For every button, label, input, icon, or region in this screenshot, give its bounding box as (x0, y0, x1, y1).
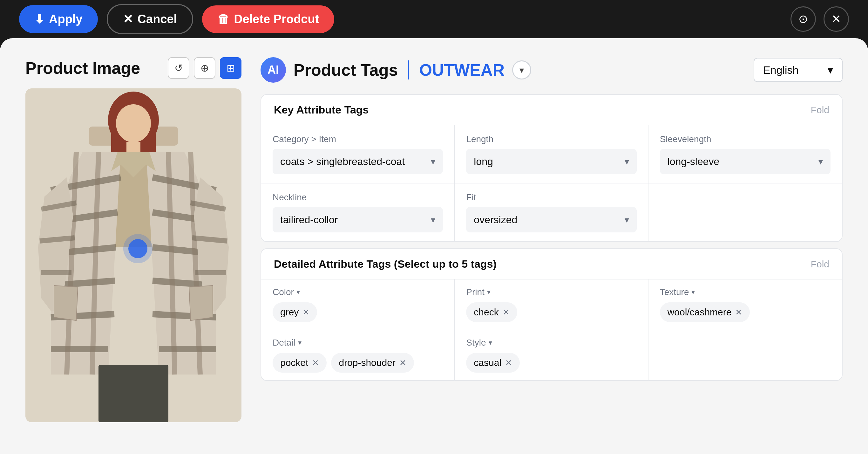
remove-wool-button[interactable]: ✕ (735, 308, 742, 316)
detail-dropdown-icon: ▾ (298, 339, 302, 347)
ai-label: AI (268, 63, 279, 77)
language-chevron-icon: ▾ (828, 64, 833, 76)
cancel-button[interactable]: ✕ Cancel (107, 4, 193, 34)
right-panel: AI Product Tags OUTWEAR ▾ English ▾ Key … (260, 57, 843, 435)
sleeve-length-cell: Sleevelength long-sleeve ▾ (648, 125, 842, 183)
remove-check-button[interactable]: ✕ (503, 308, 509, 316)
add-tool-button[interactable]: ⊕ (194, 57, 215, 79)
apply-label: Apply (49, 12, 83, 26)
category-item-value: coats > singlebreasted-coat (280, 156, 405, 168)
texture-tags: wool/cashmere ✕ (660, 302, 831, 322)
sleeve-length-label: Sleevelength (660, 134, 831, 144)
detail-tag-drop-shouder: drop-shouder ✕ (331, 353, 414, 373)
category-item-arrow-icon: ▾ (431, 157, 435, 167)
language-value: English (763, 64, 799, 76)
detail-tags: pocket ✕ drop-shouder ✕ (273, 353, 443, 373)
style-tags: casual ✕ (466, 353, 637, 373)
remove-grey-button[interactable]: ✕ (303, 308, 309, 316)
key-attributes-section: Key Attribute Tags Fold Category > Item … (260, 94, 843, 242)
length-value: long (474, 156, 493, 168)
tags-title-group: AI Product Tags OUTWEAR ▾ (260, 57, 531, 83)
style-label: Style ▾ (466, 338, 637, 348)
chevron-down-icon: ▾ (520, 65, 524, 75)
color-tag-grey: grey ✕ (273, 302, 317, 322)
undo-icon: ↺ (175, 62, 183, 74)
print-cell: Print ▾ check ✕ (455, 280, 648, 330)
key-attributes-header: Key Attribute Tags Fold (261, 95, 842, 125)
detailed-attributes-header: Detailed Attribute Tags (Select up to 5 … (261, 249, 842, 280)
detailed-attributes-section: Detailed Attribute Tags (Select up to 5 … (260, 248, 843, 381)
color-dropdown-icon: ▾ (297, 288, 300, 296)
texture-cell: Texture ▾ wool/cashmere ✕ (648, 280, 842, 330)
neckline-cell: Neckline tailired-collor ▾ (261, 183, 455, 241)
category-item-cell: Category > Item coats > singlebreasted-c… (261, 125, 455, 183)
target-tool-button[interactable]: ⊞ (220, 57, 242, 79)
delete-button[interactable]: 🗑 Delete Prodcut (202, 5, 334, 33)
svg-line-24 (40, 238, 75, 241)
texture-dropdown-icon: ▾ (691, 288, 695, 296)
sleeve-length-select[interactable]: long-sleeve ▾ (660, 149, 831, 174)
target-icon: ⊞ (226, 62, 235, 74)
texture-label: Texture ▾ (660, 287, 831, 297)
style-tag-casual: casual ✕ (466, 353, 520, 373)
product-image-title: Product Image (25, 58, 140, 78)
category-badge: OUTWEAR (419, 60, 504, 80)
fit-select[interactable]: oversized ▾ (466, 207, 637, 232)
sleeve-length-arrow-icon: ▾ (818, 157, 823, 167)
print-tags: check ✕ (466, 302, 637, 322)
neckline-select[interactable]: tailired-collor ▾ (273, 207, 443, 232)
remove-drop-shouder-button[interactable]: ✕ (399, 359, 406, 367)
plus-icon: ⊕ (200, 62, 209, 74)
neckline-arrow-icon: ▾ (431, 215, 435, 225)
key-attributes-fold-button[interactable]: Fold (811, 105, 829, 115)
detail-tag-pocket: pocket ✕ (273, 353, 327, 373)
length-cell: Length long ▾ (455, 125, 648, 183)
share-icon: ⊙ (799, 12, 808, 26)
category-item-label: Category > Item (273, 134, 443, 144)
neckline-label: Neckline (273, 192, 443, 202)
texture-tag-wool: wool/cashmere ✕ (660, 302, 750, 322)
detailed-attributes-fold-button[interactable]: Fold (811, 259, 829, 269)
apply-button[interactable]: ⬇ Apply (19, 5, 98, 33)
product-tags-title: Product Tags (293, 60, 398, 80)
print-dropdown-icon: ▾ (487, 288, 491, 296)
topbar-right: ⊙ ✕ (790, 6, 849, 32)
topbar-left: ⬇ Apply ✕ Cancel 🗑 Delete Prodcut (19, 4, 334, 34)
category-chevron-button[interactable]: ▾ (512, 60, 531, 80)
delete-label: Delete Prodcut (234, 12, 319, 26)
close-button[interactable]: ✕ (824, 6, 849, 32)
remove-pocket-button[interactable]: ✕ (312, 359, 319, 367)
image-toolbar: ↺ ⊕ ⊞ (168, 57, 242, 79)
color-label: Color ▾ (273, 287, 443, 297)
svg-line-27 (192, 238, 227, 241)
style-cell: Style ▾ casual ✕ (455, 330, 648, 380)
empty-key-cell (648, 183, 842, 241)
length-select[interactable]: long ▾ (466, 149, 637, 174)
topbar: ⬇ Apply ✕ Cancel 🗑 Delete Prodcut ⊙ ✕ (0, 0, 868, 38)
product-image-container[interactable] (25, 88, 242, 422)
share-button[interactable]: ⊙ (790, 6, 816, 32)
title-divider (408, 60, 409, 80)
category-item-select[interactable]: coats > singlebreasted-coat ▾ (273, 149, 443, 174)
ai-icon: AI (260, 57, 286, 83)
left-panel: Product Image ↺ ⊕ ⊞ (25, 57, 242, 435)
fit-cell: Fit oversized ▾ (455, 183, 648, 241)
length-arrow-icon: ▾ (625, 157, 629, 167)
remove-casual-button[interactable]: ✕ (505, 359, 512, 367)
detailed-attributes-grid: Color ▾ grey ✕ Print ▾ (261, 280, 842, 380)
click-point-indicator (128, 239, 148, 258)
undo-tool-button[interactable]: ↺ (168, 57, 189, 79)
color-cell: Color ▾ grey ✕ (261, 280, 455, 330)
detailed-attributes-title: Detailed Attribute Tags (Select up to 5 … (274, 258, 497, 270)
fit-label: Fit (466, 192, 637, 202)
detail-label: Detail ▾ (273, 338, 443, 348)
fold-label: Fold (811, 105, 829, 115)
detailed-fold-label: Fold (811, 259, 829, 269)
fit-arrow-icon: ▾ (625, 215, 629, 225)
close-icon: ✕ (832, 12, 841, 26)
cancel-icon: ✕ (123, 12, 133, 26)
language-selector[interactable]: English ▾ (754, 58, 843, 82)
detail-cell: Detail ▾ pocket ✕ drop-shouder ✕ (261, 330, 455, 380)
apply-icon: ⬇ (34, 12, 44, 26)
length-label: Length (466, 134, 637, 144)
